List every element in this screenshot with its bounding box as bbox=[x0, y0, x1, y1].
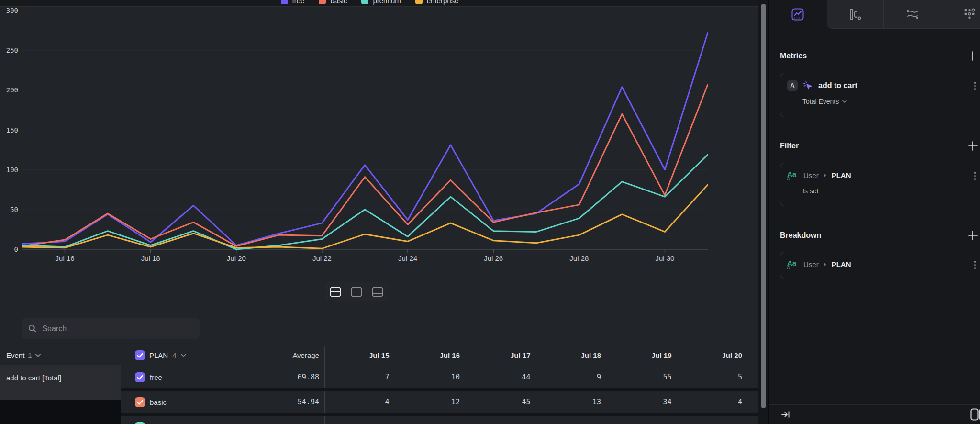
row-separator bbox=[121, 413, 758, 416]
breakdown-options-menu[interactable] bbox=[973, 260, 977, 270]
legend-item-enterprise[interactable]: enterprise bbox=[415, 0, 459, 6]
filter-operator-dropdown[interactable]: Is set bbox=[802, 187, 977, 195]
row-series-toggle[interactable]: basic bbox=[135, 397, 167, 407]
series-line-free[interactable] bbox=[22, 33, 708, 245]
metric-letter-badge: A bbox=[787, 80, 798, 91]
series-line-premium[interactable] bbox=[22, 155, 708, 249]
breakdown-property: PLAN bbox=[832, 260, 851, 268]
table-row[interactable]: premium33.0053235230 bbox=[121, 416, 758, 424]
layout-footer-bottom-button[interactable] bbox=[367, 282, 388, 301]
layout-columns-button[interactable] bbox=[970, 408, 980, 421]
event-column-selector[interactable]: Event 1 bbox=[0, 351, 121, 359]
apps-grid-icon bbox=[964, 8, 976, 21]
search-input[interactable] bbox=[42, 324, 193, 333]
x-axis-tick-label: Jul 24 bbox=[386, 254, 429, 262]
chevron-right-icon bbox=[824, 262, 827, 267]
layout-rows-split-icon bbox=[330, 287, 341, 297]
table-row[interactable]: basic54.944124513344 bbox=[121, 391, 758, 413]
plan-column-selector[interactable]: PLAN 4 bbox=[135, 350, 186, 360]
metric-card[interactable]: A add to cart Total Events bbox=[780, 73, 980, 117]
data-cell: 55 bbox=[607, 373, 678, 381]
text-property-icon: Aa bbox=[787, 259, 799, 269]
series-checkbox[interactable] bbox=[135, 422, 145, 424]
table-search[interactable] bbox=[22, 318, 200, 339]
y-axis-tick-label: 300 bbox=[1, 7, 18, 14]
tab-bar-chart[interactable] bbox=[827, 0, 883, 29]
filter-card[interactable]: Aa User PLAN Is set bbox=[780, 163, 980, 206]
collapse-right-icon bbox=[781, 410, 791, 419]
data-cell: 44 bbox=[466, 373, 536, 381]
x-axis-tick-label: Jul 22 bbox=[301, 254, 344, 262]
x-axis-tick-label: Jul 20 bbox=[215, 254, 258, 262]
series-checkbox[interactable] bbox=[135, 397, 145, 407]
average-value: 54.94 bbox=[298, 398, 319, 406]
plus-icon bbox=[968, 230, 978, 241]
layout-rows-split-button[interactable] bbox=[325, 282, 346, 301]
breakdown-scope: User bbox=[803, 260, 819, 268]
layout-footer-bottom-icon bbox=[372, 287, 383, 297]
data-cell: 12 bbox=[395, 398, 466, 406]
date-column-header: Jul 18 bbox=[536, 351, 607, 359]
table-left-gutter bbox=[0, 400, 121, 424]
checkbox-checked-icon bbox=[135, 397, 145, 407]
tab-separator bbox=[883, 0, 884, 29]
data-cell: 4 bbox=[324, 398, 395, 406]
row-series-cell: premium33.00 bbox=[121, 422, 324, 424]
date-column-header: Jul 16 bbox=[395, 351, 466, 359]
scrollbar-track[interactable] bbox=[758, 0, 769, 424]
event-label: Event bbox=[6, 351, 24, 359]
filter-property: PLAN bbox=[832, 171, 851, 179]
metric-event-name: add to cart bbox=[818, 81, 858, 90]
chevron-down-icon bbox=[842, 100, 847, 103]
row-series-toggle[interactable]: free bbox=[135, 372, 162, 382]
table-row[interactable]: free69.88710449555 bbox=[121, 367, 758, 388]
metric-options-menu[interactable] bbox=[973, 81, 977, 91]
query-builder-panel: Metrics A add to cart Total Events bbox=[769, 0, 980, 424]
row-series-toggle[interactable]: premium bbox=[135, 422, 178, 424]
series-name: free bbox=[150, 373, 162, 381]
breakdown-title: Breakdown bbox=[780, 231, 821, 240]
legend-item-premium[interactable]: premium bbox=[361, 0, 401, 6]
data-cell: 10 bbox=[395, 373, 466, 381]
filter-options-menu[interactable] bbox=[973, 171, 977, 181]
series-checkbox[interactable] bbox=[135, 372, 145, 382]
metrics-section-header: Metrics bbox=[780, 51, 978, 61]
legend-item-free[interactable]: free bbox=[281, 0, 305, 6]
date-column-header: Jul 20 bbox=[678, 351, 748, 359]
metrics-title: Metrics bbox=[780, 52, 807, 60]
breakdown-card[interactable]: Aa User PLAN bbox=[780, 252, 980, 279]
add-breakdown-button[interactable] bbox=[968, 230, 978, 241]
tab-apps-grid[interactable] bbox=[942, 0, 980, 29]
collapse-panel-button[interactable] bbox=[781, 410, 791, 419]
plan-label: PLAN bbox=[149, 351, 168, 359]
event-count: 1 bbox=[28, 351, 32, 359]
tab-flows[interactable] bbox=[884, 0, 941, 29]
legend-label: premium bbox=[373, 0, 401, 5]
table-header: Event 1 PLAN 4 Average Jul 15Jul 16Jul 1… bbox=[0, 346, 758, 365]
legend-item-basic[interactable]: basic bbox=[319, 0, 347, 6]
chevron-down-icon bbox=[181, 354, 186, 357]
scrollbar-thumb[interactable] bbox=[761, 4, 766, 408]
panel-bottom-bar bbox=[769, 404, 980, 424]
legend-swatch-icon bbox=[319, 0, 326, 4]
date-column-header: Jul 15 bbox=[324, 351, 395, 359]
legend-swatch-icon bbox=[361, 0, 368, 4]
checkbox-checked-icon bbox=[135, 372, 145, 382]
tab-insights-line-chart[interactable] bbox=[769, 0, 826, 29]
line-chart[interactable] bbox=[22, 11, 708, 255]
series-line-enterprise[interactable] bbox=[22, 185, 708, 248]
x-axis-tick-label: Jul 30 bbox=[643, 254, 686, 262]
metric-measure-dropdown[interactable]: Total Events bbox=[802, 98, 977, 105]
add-filter-button[interactable] bbox=[968, 141, 978, 151]
y-axis-tick-label: 250 bbox=[1, 46, 18, 54]
layout-header-top-button[interactable] bbox=[346, 282, 367, 301]
add-metric-button[interactable] bbox=[968, 51, 978, 61]
row-series-cell: free69.88 bbox=[121, 372, 324, 382]
data-cell: 9 bbox=[536, 373, 607, 381]
legend-label: enterprise bbox=[427, 0, 459, 5]
y-axis-tick-label: 0 bbox=[1, 245, 18, 253]
data-cell: 7 bbox=[324, 373, 395, 381]
data-cell: 34 bbox=[607, 398, 678, 406]
main-content: freebasicpremiumenterprise 0501001502002… bbox=[0, 0, 758, 424]
plan-select-all-checkbox[interactable] bbox=[135, 350, 145, 360]
